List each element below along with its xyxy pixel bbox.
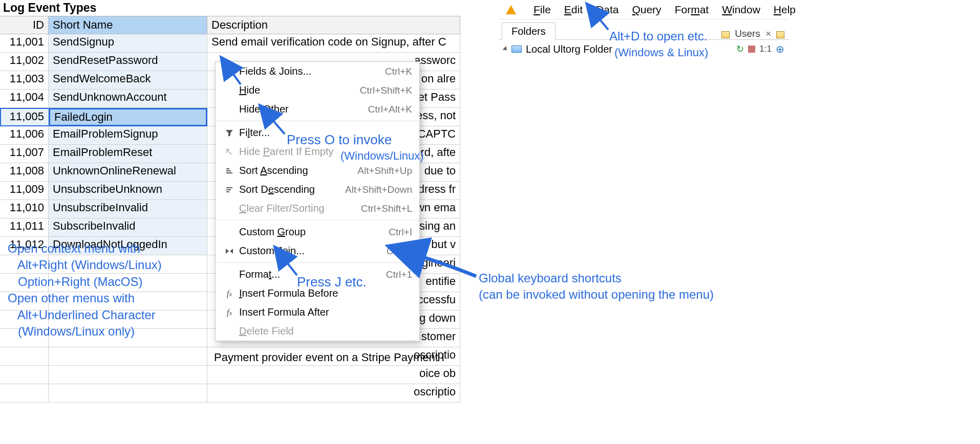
menu-data[interactable]: Data [596, 4, 619, 16]
users-tab-icon [721, 31, 730, 38]
cell-id[interactable]: 11,003 [0, 71, 49, 90]
zoom-in-icon[interactable]: ⊕ [776, 43, 784, 55]
arrow-tl-icon [223, 148, 236, 156]
cell-id[interactable]: 11,009 [0, 182, 49, 200]
menu-item-label: Delete Field [236, 325, 412, 337]
table-row: oscriptio [0, 384, 461, 403]
menu-item-label: Hide Parent If Empty [236, 146, 412, 158]
menu-item[interactable]: Sort AscendingAlt+Shift+Up [216, 161, 419, 180]
annotation-global-shortcuts: Global keyboard shortcuts(can be invoked… [479, 270, 765, 303]
zoom-ratio: 1:1 [759, 44, 772, 54]
menu-item[interactable]: Hide OtherCtrl+Alt+K [216, 100, 419, 119]
sort-desc-icon [223, 186, 236, 194]
cell-short-name[interactable]: SendWelcomeBack [49, 71, 207, 90]
menu-item-label: Hide [236, 84, 360, 96]
tree-expand-icon[interactable] [502, 46, 508, 52]
header-short-name[interactable]: Short Name [49, 16, 207, 34]
menu-item[interactable]: Format...Ctrl+1 [216, 265, 419, 284]
menu-item-shortcut: Ctrl+I [389, 227, 412, 238]
cell-id[interactable]: 11,004 [0, 90, 49, 108]
cell-id[interactable]: 11,001 [0, 34, 49, 53]
tab-users[interactable]: Users [735, 28, 760, 39]
cell-id[interactable]: 11,010 [0, 200, 49, 218]
cell-short-name[interactable]: SendResetPassword [49, 53, 207, 71]
menu-item[interactable]: Custom Join...Ctrl+J [216, 241, 419, 260]
menu-window[interactable]: Window [722, 4, 760, 16]
menu-item-label: Sort Descending [236, 184, 345, 195]
menu-item[interactable]: fxInsert Formula Before [216, 284, 419, 303]
sort-asc-icon [223, 167, 236, 175]
folder-tree-root[interactable]: Local Ultorg Folder ↻ 1:1 ⊕ [499, 40, 789, 56]
cell-id[interactable]: 11,005 [0, 108, 49, 126]
context-menu: Fields & Joins...Ctrl+KHideCtrl+Shift+KH… [215, 61, 420, 341]
menu-item: Hide Parent If Empty [216, 142, 419, 161]
menu-help[interactable]: Help [774, 4, 796, 16]
menu-edit[interactable]: Edit [564, 4, 583, 16]
fx-icon: fx [223, 307, 236, 318]
cell-short-name[interactable]: SubscribeInvalid [49, 218, 207, 237]
menu-item-label: Hide Other [236, 103, 368, 115]
cell-short-name[interactable]: UnknownOnlineRenewal [49, 163, 207, 182]
menu-item-shortcut: Alt+Shift+Down [345, 184, 412, 195]
cell-short-name[interactable]: EmailProblemSignup [49, 126, 207, 145]
menu-format[interactable]: Format [675, 4, 709, 16]
last-visible-description: Payment provider event on a Stripe Payme… [210, 350, 461, 365]
menu-separator [216, 220, 419, 220]
menu-item[interactable]: fxInsert Formula After [216, 303, 419, 322]
cell-id[interactable]: 11,012 [0, 237, 49, 255]
menu-item-shortcut: Ctrl+Alt+K [368, 104, 412, 115]
cell-short-name[interactable]: SendUnknownAccount [49, 90, 207, 108]
menu-item[interactable]: Fields & Joins...Ctrl+K [216, 62, 419, 81]
table-row[interactable]: 11,001SendSignupSend email verification … [0, 34, 461, 53]
fx-icon: fx [223, 288, 236, 299]
column-headers: ID Short Name Description [0, 16, 461, 34]
menu-item-label: Clear Filter/Sorting [236, 203, 361, 214]
cell-short-name[interactable]: UnsubscribeInvalid [49, 200, 207, 218]
menu-item[interactable]: Filter... [216, 123, 419, 142]
folder-icon [512, 46, 522, 53]
menu-item-label: Fields & Joins... [236, 65, 385, 77]
menu-file[interactable]: File [534, 4, 551, 16]
bowtie-icon [223, 247, 236, 255]
cell-description[interactable]: Send email verification code on Signup, … [207, 34, 460, 53]
close-users-tab-icon[interactable]: × [765, 28, 771, 39]
menu-item-shortcut: Ctrl+Shift+K [360, 85, 412, 96]
cell-short-name[interactable]: EmailProblemReset [49, 145, 207, 163]
cell-short-name[interactable]: DownloadNotLoggedIn [49, 237, 207, 255]
menu-separator [216, 121, 419, 121]
menu-item-shortcut: Ctrl+Shift+L [361, 203, 412, 214]
cell-id[interactable]: 11,007 [0, 145, 49, 163]
extra-tab-icon[interactable] [776, 31, 784, 38]
menu-item: Delete Field [216, 322, 419, 341]
menu-item: Clear Filter/SortingCtrl+Shift+L [216, 199, 419, 218]
header-id[interactable]: ID [0, 16, 49, 34]
header-description[interactable]: Description [207, 16, 460, 34]
tab-folders[interactable]: Folders [502, 23, 556, 40]
folder-root-label: Local Ultorg Folder [526, 43, 612, 55]
folders-tabbar: Folders Users × [499, 19, 789, 40]
cell-id[interactable]: 11,002 [0, 53, 49, 71]
menu-item[interactable]: HideCtrl+Shift+K [216, 81, 419, 100]
menu-separator [216, 262, 419, 263]
menu-item-shortcut: Ctrl+1 [386, 269, 412, 280]
cell-id[interactable]: 11,011 [0, 218, 49, 237]
cell-short-name[interactable]: SendSignup [49, 34, 207, 53]
menu-item-label: Insert Formula After [236, 306, 412, 318]
menu-item-label: Sort Ascending [236, 165, 357, 176]
cell-id[interactable]: 11,006 [0, 126, 49, 145]
filter-icon [223, 129, 236, 137]
cell-short-name[interactable]: UnsubscribeUnknown [49, 182, 207, 200]
menu-item-label: Format... [236, 269, 386, 280]
menu-item-label: Filter... [236, 127, 412, 139]
menu-item-shortcut: Alt+Shift+Up [357, 165, 412, 176]
right-panel: FileEditDataQueryFormatWindowHelp Folder… [499, 0, 789, 66]
cell-id[interactable]: 11,008 [0, 163, 49, 182]
menu-item[interactable]: Custom GroupCtrl+I [216, 223, 419, 241]
status-square-icon [748, 46, 755, 53]
cell-short-name[interactable]: FailedLogin [49, 108, 207, 126]
menu-query[interactable]: Query [632, 4, 661, 16]
menu-item-label: Custom Join... [236, 245, 387, 257]
menu-item[interactable]: Sort DescendingAlt+Shift+Down [216, 180, 419, 199]
refresh-icon[interactable]: ↻ [736, 43, 744, 55]
menu-item-label: Custom Group [236, 226, 389, 238]
